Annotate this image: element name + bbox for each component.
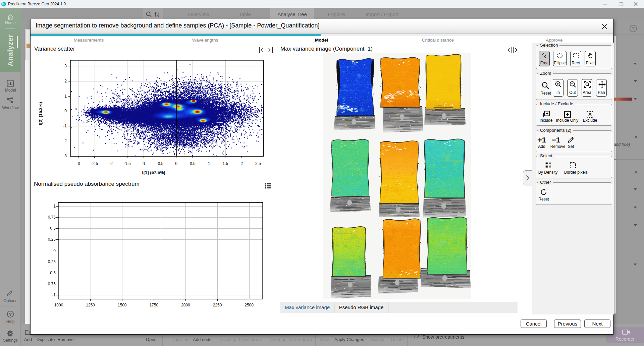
svg-text:?: ? [632,26,635,31]
svg-text:?: ? [9,312,12,317]
